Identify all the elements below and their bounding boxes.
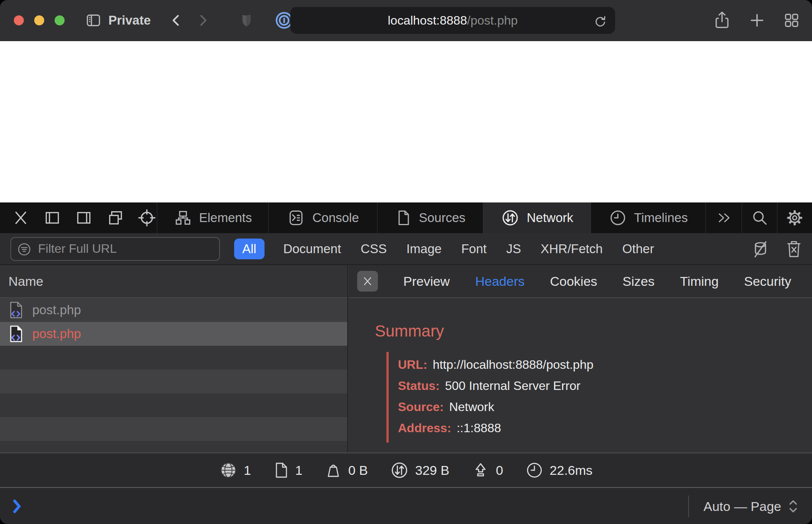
safari-window: Private [0, 0, 812, 524]
close-icon [361, 275, 374, 288]
detail-tab-headers[interactable]: Headers [475, 274, 525, 289]
private-browsing-label: Private [108, 13, 151, 28]
tab-console-label: Console [312, 211, 359, 225]
file-code-icon [8, 325, 24, 343]
more-tabs-button[interactable] [706, 202, 742, 233]
console-icon [287, 209, 305, 227]
stat-transfer-size: 329 B [390, 461, 449, 479]
filter-type-css[interactable]: CSS [360, 239, 388, 259]
tab-sources[interactable]: Sources [378, 202, 483, 233]
request-row-selected[interactable]: post.php [0, 322, 347, 346]
execution-context-select[interactable]: Auto — Page [688, 488, 799, 524]
address-bar-url: localhost:8888/post.php [388, 13, 517, 28]
filter-type-other[interactable]: Other [622, 239, 655, 259]
filter-type-xhr-fetch[interactable]: XHR/Fetch [540, 239, 603, 259]
summary-section-title: Summary [375, 322, 444, 340]
stat-domains: 1 [220, 461, 251, 479]
privacy-shield-icon[interactable] [238, 11, 255, 30]
document-icon [273, 461, 289, 479]
requests-list-panel: Name post.php [0, 265, 348, 453]
tab-sources-label: Sources [419, 211, 465, 225]
globe-icon [220, 461, 237, 479]
tab-timelines[interactable]: Timelines [591, 202, 706, 233]
search-icon [750, 209, 769, 227]
close-detail-button[interactable] [357, 271, 378, 292]
zoom-window-button[interactable] [55, 15, 65, 25]
resource-type-filters: All Document CSS Image Font JS XHR/Fetch… [234, 239, 655, 259]
summary-field-source: Source: Network [398, 396, 594, 418]
filter-type-js[interactable]: JS [506, 239, 522, 259]
search-button[interactable] [742, 202, 777, 233]
summary-field-url: URL: http://localhost:8888/post.php [398, 354, 594, 375]
quick-console[interactable]: Auto — Page [0, 487, 812, 524]
empty-row [0, 370, 347, 393]
empty-row [0, 393, 347, 417]
tab-network[interactable]: Network [483, 202, 591, 233]
browser-toolbar: Private [0, 0, 812, 41]
elements-icon [174, 209, 192, 227]
network-filter-bar: All Document CSS Image Font JS XHR/Fetch… [0, 233, 812, 265]
network-icon [501, 208, 520, 227]
console-prompt-icon [10, 497, 24, 516]
summary-fields: URL: http://localhost:8888/post.php Stat… [386, 352, 594, 443]
tab-overview-icon[interactable] [783, 12, 800, 29]
empty-row [0, 346, 347, 370]
detail-tab-bar: Preview Headers Cookies Sizes Timing Sec… [349, 265, 812, 298]
summary-field-address: Address: ::1:8888 [398, 418, 594, 439]
close-window-button[interactable] [14, 15, 24, 25]
stat-resources: 1 [273, 461, 303, 479]
filter-type-font[interactable]: Font [461, 239, 488, 259]
tab-elements[interactable]: Elements [157, 202, 269, 233]
share-icon[interactable] [713, 10, 731, 30]
request-row[interactable]: post.php [0, 298, 347, 322]
settings-button[interactable] [777, 202, 812, 233]
sidebar-toggle[interactable]: Private [85, 12, 151, 29]
filter-type-all[interactable]: All [234, 239, 265, 259]
filter-icon [17, 242, 32, 257]
summary-field-status: Status: 500 Internal Server Error [398, 375, 594, 396]
detail-tab-cookies[interactable]: Cookies [550, 274, 597, 289]
stat-resource-size: 0 B [325, 461, 368, 479]
timelines-icon [609, 209, 627, 227]
tab-network-label: Network [527, 211, 573, 225]
divider [688, 496, 689, 517]
new-tab-icon[interactable] [748, 12, 766, 29]
detail-tab-timing[interactable]: Timing [680, 274, 719, 289]
stepper-chevrons-icon [787, 498, 799, 515]
sources-icon [395, 209, 412, 227]
chevron-double-right-icon [715, 209, 733, 226]
detail-tab-sizes[interactable]: Sizes [622, 274, 654, 289]
stat-redirects: 0 [472, 461, 503, 479]
execution-context-label: Auto — Page [704, 499, 781, 514]
dock-to-bottom-icon[interactable] [74, 207, 94, 228]
network-status-bar: 1 1 0 B [0, 453, 812, 487]
forward-button[interactable] [195, 11, 211, 30]
clear-network-items-icon[interactable] [785, 239, 803, 259]
detail-tab-security[interactable]: Security [744, 274, 791, 289]
clock-icon [526, 461, 543, 479]
dock-to-side-icon[interactable] [42, 207, 62, 228]
disable-cache-icon[interactable] [751, 239, 770, 259]
reload-icon[interactable] [592, 13, 608, 29]
address-bar[interactable]: localhost:8888/post.php [290, 7, 615, 34]
tab-console[interactable]: Console [269, 202, 378, 233]
transfer-icon [390, 461, 409, 479]
minimize-window-button[interactable] [34, 15, 44, 25]
filter-type-document[interactable]: Document [283, 239, 342, 259]
undock-icon[interactable] [105, 207, 125, 228]
back-button[interactable] [168, 11, 184, 30]
request-name: post.php [32, 327, 81, 341]
name-column-header[interactable]: Name [0, 265, 347, 298]
stat-load-time: 22.6ms [526, 461, 593, 479]
close-devtools-icon[interactable] [11, 207, 31, 228]
page-content [0, 41, 812, 202]
tab-timelines-label: Timelines [634, 211, 688, 225]
file-code-icon [8, 301, 24, 319]
devtools-tab-bar: Elements Console Sources [0, 202, 812, 233]
inspect-element-icon[interactable] [137, 207, 157, 228]
filter-url-input[interactable] [10, 237, 220, 261]
filter-type-image[interactable]: Image [406, 239, 443, 259]
empty-row [0, 417, 347, 441]
tab-elements-label: Elements [199, 211, 252, 225]
detail-tab-preview[interactable]: Preview [403, 274, 450, 289]
